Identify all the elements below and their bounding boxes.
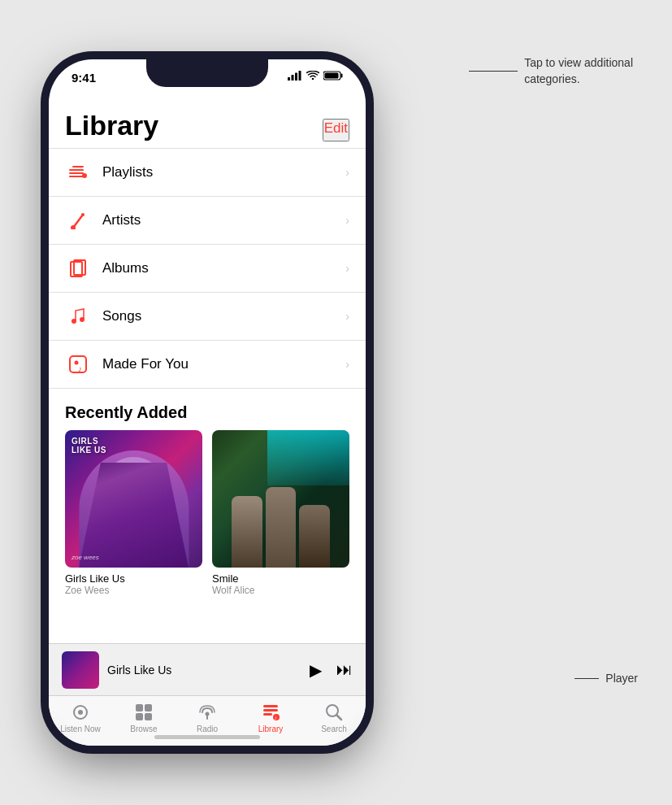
callout-player-line (574, 678, 599, 679)
search-icon (324, 703, 344, 722)
made-for-you-label: Made For You (102, 356, 345, 372)
svg-rect-25 (145, 704, 152, 711)
album-title: Smile (212, 572, 349, 585)
menu-item-albums[interactable]: Albums › (49, 245, 366, 293)
svg-rect-24 (136, 704, 143, 711)
svg-rect-5 (341, 74, 343, 78)
songs-label: Songs (102, 308, 345, 324)
tab-library[interactable]: ♪ Library (239, 703, 302, 733)
svg-text:♪: ♪ (78, 364, 82, 373)
player-song-title: Girls Like Us (107, 664, 301, 677)
callout-line (469, 71, 518, 72)
artist-icon (65, 207, 91, 233)
tab-library-label: Library (258, 724, 284, 733)
song-icon (65, 303, 91, 329)
artists-label: Artists (102, 212, 345, 228)
svg-point-14 (81, 213, 85, 216)
signal-icon (288, 71, 302, 80)
page-title: Library (65, 110, 158, 141)
playlists-label: Playlists (102, 164, 345, 181)
svg-point-18 (80, 317, 85, 322)
tab-listen-now-label: Listen Now (60, 724, 100, 733)
playlist-icon (65, 159, 91, 185)
home-indicator (154, 735, 260, 739)
menu-list: Playlists › Artists › (49, 148, 366, 389)
svg-rect-1 (292, 75, 294, 80)
tab-radio[interactable]: Radio (176, 703, 239, 733)
radio-icon (197, 703, 217, 722)
artists-chevron: › (345, 214, 349, 227)
player-thumbnail (62, 651, 99, 689)
tab-listen-now[interactable]: Listen Now (49, 703, 112, 733)
edit-button[interactable]: Edit (323, 119, 349, 141)
status-time: 9:41 (72, 71, 96, 85)
tab-browse-label: Browse (130, 724, 157, 733)
recently-added-header: Recently Added (49, 389, 366, 430)
library-icon: ♪ (261, 703, 280, 722)
album-grid: GIRLSLIKE US zoe wees Girls Like Us Zoe … (49, 430, 366, 596)
playlists-chevron: › (345, 166, 349, 179)
phone-shell: 9:41 (49, 59, 366, 746)
album-icon (65, 255, 91, 281)
svg-rect-27 (145, 713, 152, 720)
svg-rect-6 (325, 73, 339, 79)
scene: Tap to view additionalcategories. Player… (0, 0, 672, 805)
made-for-you-icon: ♪ (65, 351, 91, 377)
player-callout: Player (574, 672, 638, 685)
smile-figure-1 (232, 496, 262, 568)
album-item-girls-like-us[interactable]: GIRLSLIKE US zoe wees Girls Like Us Zoe … (65, 430, 202, 596)
menu-item-made-for-you[interactable]: ♪ Made For You › (49, 341, 366, 389)
tab-radio-label: Radio (197, 724, 218, 733)
svg-point-11 (82, 173, 87, 178)
svg-rect-2 (295, 73, 297, 81)
svg-rect-32 (263, 713, 272, 716)
library-header: Library Edit (49, 100, 366, 148)
skip-forward-button[interactable]: ⏭ (336, 660, 353, 679)
svg-point-17 (72, 319, 76, 324)
made-for-you-chevron: › (345, 358, 349, 371)
svg-rect-7 (72, 166, 84, 168)
svg-rect-8 (69, 169, 84, 171)
menu-item-artists[interactable]: Artists › (49, 197, 366, 245)
listen-now-icon (71, 703, 90, 722)
albums-chevron: › (345, 262, 349, 275)
songs-chevron: › (345, 310, 349, 323)
album-art-smile (212, 430, 349, 568)
player-thumb-art (62, 651, 99, 689)
callout-edit-text: Tap to view additionalcategories. (524, 55, 633, 87)
screen-content: Library Edit Playlists (49, 100, 366, 746)
svg-rect-31 (263, 709, 278, 711)
svg-point-23 (78, 710, 83, 715)
battery-icon (323, 71, 343, 80)
svg-rect-3 (299, 71, 301, 80)
player-controls: ▶ ⏭ (310, 660, 353, 680)
album-title: Girls Like Us (65, 572, 202, 585)
callout-player-text: Player (605, 672, 638, 685)
smile-figures (226, 478, 336, 568)
svg-rect-9 (69, 172, 84, 174)
svg-line-36 (337, 716, 342, 720)
album-artist: Wolf Alice (212, 585, 349, 596)
browse-icon (134, 703, 154, 722)
album-art-artist-text: zoe wees (72, 554, 99, 561)
hair (79, 463, 189, 568)
svg-rect-10 (69, 176, 84, 177)
album-item-smile[interactable]: Smile Wolf Alice (212, 430, 349, 596)
svg-text:♪: ♪ (275, 715, 278, 720)
tab-search-label: Search (321, 724, 347, 733)
tab-search[interactable]: Search (302, 703, 366, 733)
smile-figure-2 (266, 487, 297, 568)
albums-label: Albums (102, 260, 345, 276)
play-button[interactable]: ▶ (310, 660, 322, 680)
tab-browse[interactable]: Browse (112, 703, 176, 733)
album-artist: Zoe Wees (65, 585, 202, 596)
menu-item-playlists[interactable]: Playlists › (49, 149, 366, 197)
album-art-girls-like-us: GIRLSLIKE US zoe wees (65, 430, 202, 568)
status-icons (288, 71, 343, 80)
svg-rect-26 (136, 713, 143, 720)
edit-callout: Tap to view additionalcategories. (469, 55, 633, 87)
girl-silhouette (79, 450, 189, 568)
notch (146, 59, 268, 87)
player-bar[interactable]: Girls Like Us ▶ ⏭ (49, 643, 366, 695)
menu-item-songs[interactable]: Songs › (49, 293, 366, 341)
